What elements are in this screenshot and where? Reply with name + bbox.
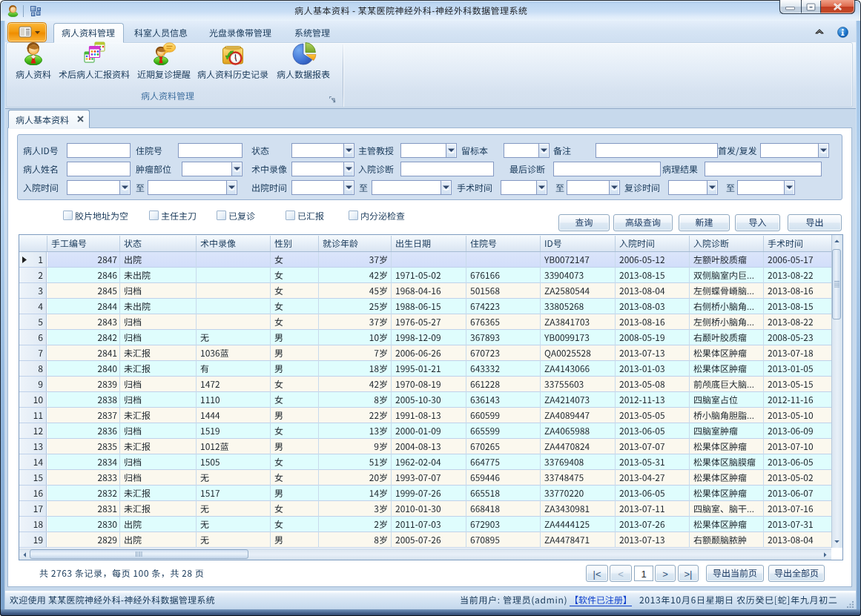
svg-text:1: 1 bbox=[641, 569, 646, 580]
svg-text:<: < bbox=[618, 569, 624, 580]
svg-text:|<: |< bbox=[593, 569, 601, 580]
svg-text:>: > bbox=[662, 569, 668, 580]
svg-text:>|: >| bbox=[684, 569, 693, 580]
